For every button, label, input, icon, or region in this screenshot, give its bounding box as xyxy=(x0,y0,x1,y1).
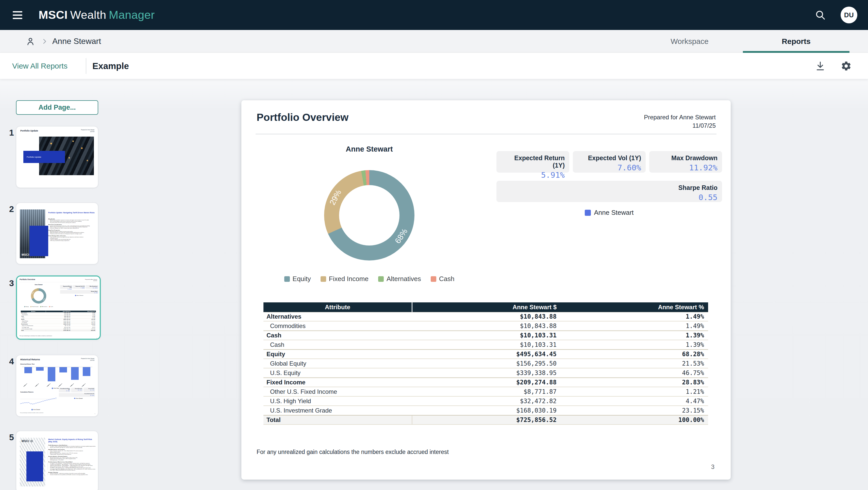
download-icon[interactable] xyxy=(815,60,826,71)
row-dollars: $168,030.19 xyxy=(412,407,572,414)
client-icon xyxy=(25,36,35,47)
thumb-slide-title: Portfolio Update xyxy=(20,129,38,132)
table-row: Cash$10,103.311.39% xyxy=(264,331,708,340)
metric-value: 5.91% xyxy=(501,171,565,180)
brand-wealth: Wealth xyxy=(70,8,106,21)
breadcrumb-client-name[interactable]: Anne Stewart xyxy=(52,36,101,46)
thumb-bar-slot xyxy=(69,367,81,381)
thumb-axis-tick xyxy=(24,384,27,387)
thumb-cover-banner: Portfolio Update xyxy=(23,151,65,163)
thumb-metric-cards: Historical/Annualized Return (5Y)8.38%Hi… xyxy=(59,388,95,398)
thumb-bullet-list: President Trump's proposed tariff packag… xyxy=(50,446,96,448)
row-percent: 46.75% xyxy=(572,369,708,376)
thumb-axis-tick xyxy=(71,384,74,387)
add-page-button[interactable]: Add Page... xyxy=(16,100,98,115)
thumb-section-heading: Short-Term Considerations xyxy=(48,224,96,225)
report-footnote: For any unrealized gain calculations the… xyxy=(257,449,449,456)
row-percent: 1.39% xyxy=(572,332,708,339)
row-attribute: Cash xyxy=(264,340,412,349)
app-bar: MSCIWealthManager DU xyxy=(0,0,868,30)
report-page: Portfolio Overview Prepared for Anne Ste… xyxy=(241,100,731,480)
thumb-chart-title: Cumulative Returns xyxy=(20,391,33,393)
table-row: Other U.S. Fixed Income$8,771.871.21% xyxy=(264,387,708,397)
breadcrumb-row: Anne Stewart Workspace Reports xyxy=(0,30,868,53)
thumb-bullet: Japanese Semiconductors: -28% drawdown —… xyxy=(50,465,96,466)
tab-workspace[interactable]: Workspace xyxy=(636,30,743,53)
selected-page-preview-content: Portfolio Overview Prepared for Anne Ste… xyxy=(17,276,100,340)
thumb-axis-tick xyxy=(70,385,72,387)
row-dollars: $209,274.88 xyxy=(412,379,572,386)
allocation-table: Attribute Anne Stewart $ Anne Stewart % … xyxy=(264,302,708,425)
thumb-axis-tick xyxy=(83,384,86,387)
page-title: Portfolio Overview xyxy=(257,112,348,123)
legend-swatch xyxy=(378,276,384,282)
thumb-chart-title: Historical Stress Test xyxy=(20,363,34,365)
thumb-bar xyxy=(48,367,55,381)
thumb-metric-label: Historical Return (5Y) xyxy=(72,389,82,389)
row-percent: 1.49% xyxy=(572,313,708,320)
legend-item-alternatives[interactable]: Alternatives xyxy=(378,275,421,283)
settings-icon[interactable] xyxy=(841,60,852,71)
page-thumbnail[interactable]: Portfolio Overview Prepared for Anne Ste… xyxy=(16,275,101,340)
thumb-slide-body: Tariffs Reemerge as a Key Risk DriverPre… xyxy=(48,444,96,476)
thumb-bullet: U.S. Autos: -31% drawdown — hit by marke… xyxy=(50,463,96,464)
page-thumbnail-number: 5 xyxy=(9,432,14,442)
thumb-prepared-for: Prepared for Anne Stewart11/07/25 xyxy=(81,358,94,361)
legend-item-equity[interactable]: Equity xyxy=(284,275,311,283)
row-percent: 28.83% xyxy=(572,379,708,386)
thumb-prepared-for: Prepared for Anne Stewart11/07/25 xyxy=(81,129,94,132)
row-attribute: Equity xyxy=(264,350,412,359)
series-legend-label: Anne Stewart xyxy=(594,209,633,217)
row-dollars: $32,472.82 xyxy=(412,398,572,405)
metric-value: 7.60% xyxy=(578,163,641,172)
allocation-donut-chart: 68%29% xyxy=(324,170,414,261)
page-thumbnail[interactable]: MSCIMarket Outlook: Equity Impacts of Ri… xyxy=(16,431,98,490)
thumb-section-heading: Tariffs Reemerge as a Key Risk Driver xyxy=(48,445,96,446)
thumb-bullet-list: Analyzed your portfolio's exposure to se… xyxy=(50,220,96,223)
row-percent: 1.39% xyxy=(572,341,708,348)
user-avatar[interactable]: DU xyxy=(841,7,857,23)
thumb-date: 11/07/25 xyxy=(81,131,94,133)
brand-msci: MSCI xyxy=(38,8,68,21)
metric-label: Sharpe Ratio xyxy=(501,184,717,191)
menu-icon[interactable] xyxy=(13,7,29,23)
legend-label: Equity xyxy=(292,275,311,283)
page-thumbnail[interactable]: Historical ReturnsPrepared for Anne Stew… xyxy=(16,355,98,417)
toolbar-divider xyxy=(86,58,86,74)
allocation-table-body: Alternatives$10,843.881.49%Commodities$1… xyxy=(264,312,708,425)
table-row: U.S. Equity$339,338.9546.75% xyxy=(264,368,708,378)
row-dollars: $10,103.31 xyxy=(412,332,572,339)
donut-slice-label: 68% xyxy=(393,227,409,245)
thumb-slide-title: Historical Returns xyxy=(20,358,40,361)
view-all-reports-link[interactable]: View All Reports xyxy=(12,62,67,70)
series-legend: Anne Stewart xyxy=(496,209,722,217)
thumb-axis-tick xyxy=(47,385,49,387)
legend-label: Alternatives xyxy=(386,275,421,283)
table-row: Alternatives$10,843.881.49% xyxy=(264,312,708,321)
row-attribute: Commodities xyxy=(264,321,412,330)
legend-swatch xyxy=(320,276,326,282)
table-row: Cash$10,103.311.39% xyxy=(264,340,708,349)
thumb-slide-title: Market Outlook: Equity Impacts of Rising… xyxy=(48,438,95,443)
thumb-metric-value: 8.38% xyxy=(60,390,69,392)
page-thumbnail[interactable]: MSCIPortfolio Update: Navigating Tariff-… xyxy=(16,203,98,264)
thumb-axis-tick xyxy=(82,385,84,387)
thumb-bullet: Investors should stress-test portfolios … xyxy=(50,474,96,476)
row-dollars: $495,634.45 xyxy=(412,350,572,358)
page-thumbnail[interactable]: Portfolio UpdatePrepared for Anne Stewar… xyxy=(16,126,98,188)
row-percent: 68.28% xyxy=(572,350,708,358)
row-attribute: U.S. Equity xyxy=(264,368,412,377)
legend-label: Fixed Income xyxy=(329,275,369,283)
legend-item-fixed-income[interactable]: Fixed Income xyxy=(320,275,369,283)
series-legend-swatch xyxy=(585,210,591,216)
prepared-for-block: Prepared for Anne Stewart 11/07/25 xyxy=(644,113,716,130)
table-row: Global Equity$156,295.5021.53% xyxy=(264,359,708,368)
thumb-bar xyxy=(71,367,79,380)
metric-card-expected-return: Expected Return (1Y) 5.91% xyxy=(496,151,569,173)
thumb-bullet-list: Cyclical and export-heavy sectors (e.g.,… xyxy=(50,225,96,229)
metric-value: 11.92% xyxy=(654,163,717,172)
legend-item-cash[interactable]: Cash xyxy=(431,275,455,283)
thumb-bar xyxy=(36,367,44,371)
search-icon[interactable] xyxy=(813,8,827,22)
tab-reports[interactable]: Reports xyxy=(743,30,849,53)
